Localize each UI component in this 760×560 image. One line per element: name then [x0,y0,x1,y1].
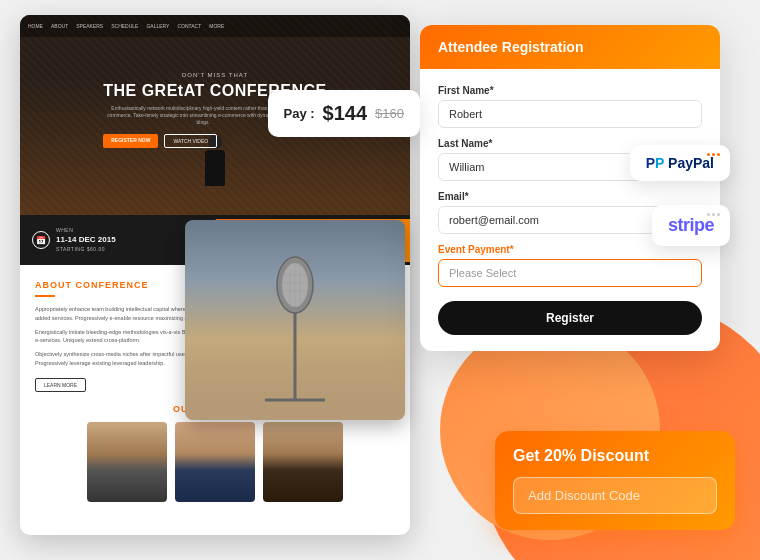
paypal-logo: PP PayPal [646,155,714,171]
when-price: Starting $60.00 [56,246,116,254]
registration-header: Attendee Registration [420,25,720,69]
first-name-label: First Name* [438,85,702,96]
stripe-card[interactable]: stripe [652,205,730,246]
learn-more-btn[interactable]: LEARN MORE [35,378,86,392]
paypal-dot-3 [717,153,720,156]
pay-amount-card: Pay : $144 $160 [268,90,421,137]
speaker-2-avatar [175,422,255,502]
discount-card: Get 20% Discount Add Discount Code [495,431,735,530]
hero-register-btn[interactable]: REGISTER NOW [103,134,158,148]
hero-watch-btn[interactable]: WATCH VIDEO [164,134,217,148]
when-label: WHEN [56,227,116,235]
nav-gallery: GALLERY [146,23,169,29]
discount-input[interactable]: Add Discount Code [528,488,702,503]
pay-original-amount: $160 [375,106,404,121]
stripe-dot-1 [707,213,710,216]
payment-select[interactable]: Please Select [438,259,702,287]
email-label: Email* [438,191,702,202]
nav-more: MORE [209,23,224,29]
hero-dont-miss: DON'T MISS THAT [103,72,327,78]
speaker-3-avatar [263,422,343,502]
paypal-dot-1 [707,153,710,156]
microphone-scene [185,220,405,420]
stripe-dot-3 [717,213,720,216]
when-date: 11-14 DEC 2015 [56,234,116,246]
calendar-icon: 📅 [32,231,50,249]
figure-body [205,150,225,186]
nav-home: HOME [28,23,43,29]
paypal-menu-dots [707,153,720,156]
stripe-menu-dots [707,213,720,216]
microphone-svg [185,220,405,420]
when-text: WHEN 11-14 DEC 2015 Starting $60.00 [56,227,116,254]
speakers-grid [35,422,395,502]
about-divider [35,295,55,297]
paypal-dot-2 [712,153,715,156]
nav-contact: CONTACT [177,23,201,29]
registration-title: Attendee Registration [438,39,702,55]
discount-title: Get 20% Discount [513,447,717,465]
nav-speakers: SPEAKERS [76,23,103,29]
pay-amount: $144 [323,102,368,125]
pay-label: Pay : [284,106,315,121]
first-name-input[interactable]: Robert [438,100,702,128]
registration-card: Attendee Registration First Name* Robert… [420,25,720,351]
paypal-card[interactable]: PP PayPal [630,145,730,181]
stripe-dot-2 [712,213,715,216]
stripe-logo: stripe [668,215,714,236]
nav-about: ABOUT [51,23,68,29]
speaker-1-avatar [87,422,167,502]
nav-schedule: SCHEDULE [111,23,138,29]
discount-input-wrapper[interactable]: Add Discount Code [513,477,717,514]
conference-nav: HOME ABOUT SPEAKERS SCHEDULE GALLERY CON… [20,15,410,37]
register-button[interactable]: Register [438,301,702,335]
